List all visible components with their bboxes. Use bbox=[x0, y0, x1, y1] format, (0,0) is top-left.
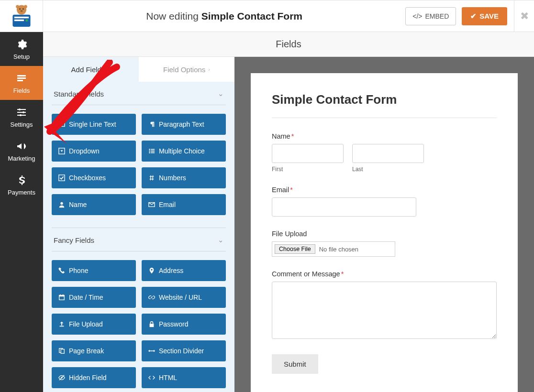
embed-button[interactable]: </> EMBED bbox=[405, 7, 456, 25]
preview-panel: Simple Contact Form Name* First Last bbox=[234, 57, 534, 392]
field-page-break[interactable]: Page Break bbox=[52, 340, 136, 361]
tab-field-options[interactable]: Field Options › bbox=[139, 57, 234, 82]
field-email[interactable]: Email bbox=[142, 194, 226, 215]
field-paragraph-text[interactable]: Paragraph Text bbox=[142, 114, 226, 135]
close-icon: ✖ bbox=[520, 10, 529, 22]
svg-rect-34 bbox=[63, 294, 64, 296]
form-field-email[interactable]: Email* bbox=[272, 186, 497, 217]
group-fancy-fields[interactable]: Fancy Fields ⌄ bbox=[52, 228, 226, 251]
email-input[interactable] bbox=[272, 197, 416, 217]
svg-rect-27 bbox=[151, 152, 155, 153]
svg-rect-25 bbox=[151, 151, 155, 152]
svg-rect-2 bbox=[14, 19, 23, 21]
svg-rect-13 bbox=[17, 109, 26, 110]
form-field-comment[interactable]: Comment or Message* bbox=[272, 270, 497, 341]
nav-marketing[interactable]: Marketing bbox=[0, 134, 43, 168]
svg-rect-36 bbox=[150, 324, 154, 327]
tab-add-fields[interactable]: Add Fields ▾ bbox=[43, 57, 139, 82]
svg-point-16 bbox=[22, 111, 24, 113]
svg-point-6 bbox=[22, 8, 24, 10]
paragraph-icon bbox=[148, 121, 155, 128]
group-standard-fields[interactable]: Standard Fields ⌄ bbox=[52, 82, 226, 105]
save-button[interactable]: ✔ SAVE bbox=[462, 7, 507, 25]
list-ul-icon bbox=[148, 148, 155, 154]
field-website-url[interactable]: Website / URL bbox=[142, 287, 226, 308]
field-date-time[interactable]: Date / Time bbox=[52, 287, 136, 308]
svg-point-9 bbox=[24, 5, 27, 8]
close-button[interactable]: ✖ bbox=[514, 0, 534, 32]
field-numbers[interactable]: Numbers bbox=[142, 167, 226, 188]
svg-rect-10 bbox=[17, 75, 26, 76]
svg-point-8 bbox=[16, 5, 19, 8]
envelope-icon bbox=[148, 201, 155, 208]
svg-point-3 bbox=[25, 19, 28, 21]
fields-panel: Add Fields ▾ Field Options › Standard Fi… bbox=[43, 57, 234, 392]
field-password[interactable]: Password bbox=[142, 314, 226, 335]
field-checkboxes[interactable]: Checkboxes bbox=[52, 167, 136, 188]
svg-rect-1 bbox=[14, 16, 28, 18]
svg-point-14 bbox=[19, 109, 21, 110]
check-square-icon bbox=[58, 174, 65, 181]
field-dropdown[interactable]: Dropdown bbox=[52, 141, 136, 162]
svg-rect-15 bbox=[17, 112, 26, 113]
svg-rect-12 bbox=[17, 80, 23, 81]
text-cursor-icon bbox=[58, 121, 65, 128]
app-logo bbox=[0, 0, 43, 32]
check-icon: ✔ bbox=[470, 12, 477, 21]
svg-point-5 bbox=[19, 8, 21, 10]
svg-point-18 bbox=[20, 114, 22, 116]
sliders-icon bbox=[16, 107, 27, 118]
choose-file-button[interactable]: Choose File bbox=[275, 244, 315, 254]
svg-rect-35 bbox=[60, 326, 64, 327]
field-single-line-text[interactable]: Single Line Text bbox=[52, 114, 136, 135]
nav-setup[interactable]: Setup bbox=[0, 32, 43, 66]
link-icon bbox=[148, 294, 155, 301]
nav-settings[interactable]: Settings bbox=[0, 100, 43, 134]
chevron-down-icon: ⌄ bbox=[218, 236, 224, 244]
user-icon bbox=[58, 201, 65, 208]
field-name[interactable]: Name bbox=[52, 194, 136, 215]
svg-point-26 bbox=[149, 152, 150, 153]
first-name-sublabel: First bbox=[272, 166, 344, 173]
comment-textarea[interactable] bbox=[272, 282, 497, 339]
field-hidden-field[interactable]: Hidden Field bbox=[52, 367, 136, 388]
svg-rect-38 bbox=[61, 349, 64, 354]
phone-icon bbox=[58, 267, 65, 274]
svg-rect-28 bbox=[59, 175, 65, 181]
svg-rect-23 bbox=[151, 149, 155, 150]
chevron-down-icon: ▾ bbox=[108, 66, 111, 73]
form-field-name[interactable]: Name* First Last bbox=[272, 132, 497, 173]
first-name-input[interactable] bbox=[272, 144, 344, 163]
field-multiple-choice[interactable]: Multiple Choice bbox=[142, 141, 226, 162]
eye-slash-icon bbox=[58, 374, 65, 381]
svg-point-24 bbox=[149, 151, 150, 152]
wpforms-logo-icon bbox=[9, 3, 34, 29]
lock-icon bbox=[148, 321, 155, 327]
submit-button[interactable]: Submit bbox=[272, 354, 318, 374]
caret-square-icon bbox=[58, 148, 65, 154]
field-section-divider[interactable]: Section Divider bbox=[142, 340, 226, 361]
field-html[interactable]: HTML bbox=[142, 367, 226, 388]
nav-fields[interactable]: Fields bbox=[0, 66, 43, 100]
svg-rect-32 bbox=[59, 295, 65, 297]
last-name-input[interactable] bbox=[352, 144, 424, 163]
code-icon bbox=[148, 374, 155, 381]
last-name-sublabel: Last bbox=[352, 166, 424, 173]
no-file-text: No file chosen bbox=[319, 246, 358, 253]
main-header: Fields bbox=[43, 32, 534, 57]
files-icon bbox=[58, 348, 65, 354]
file-input[interactable]: Choose File No file chosen bbox=[272, 241, 395, 257]
nav-payments[interactable]: Payments bbox=[0, 168, 43, 202]
form-field-file-upload[interactable]: File Upload Choose File No file chosen bbox=[272, 230, 497, 257]
field-address[interactable]: Address bbox=[142, 260, 226, 281]
form-icon bbox=[16, 73, 27, 84]
svg-point-7 bbox=[20, 10, 22, 11]
svg-rect-20 bbox=[60, 123, 60, 125]
map-marker-icon bbox=[148, 267, 155, 274]
svg-point-29 bbox=[60, 202, 63, 205]
upload-icon bbox=[58, 321, 65, 327]
field-phone[interactable]: Phone bbox=[52, 260, 136, 281]
hashtag-icon bbox=[148, 174, 155, 181]
svg-rect-11 bbox=[17, 77, 26, 79]
field-file-upload[interactable]: File Upload bbox=[52, 314, 136, 335]
